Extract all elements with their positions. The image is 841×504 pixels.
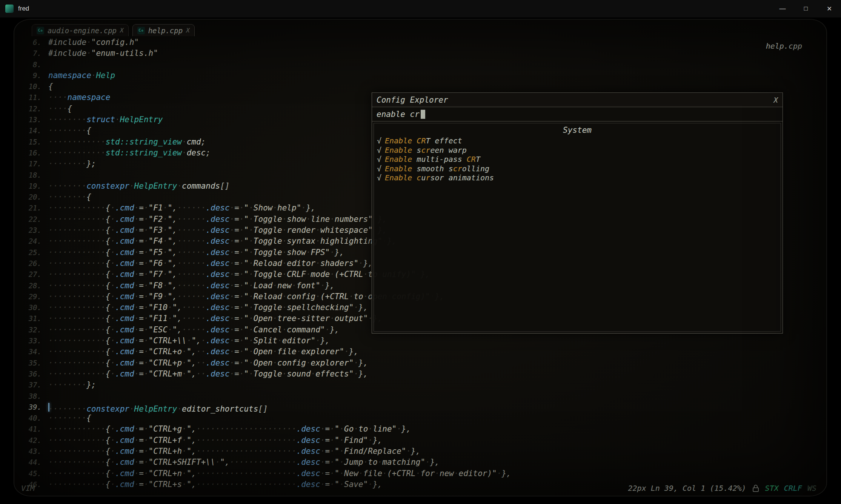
line-content: ············{·.cmd·=·"F11·",·····.desc·=… (48, 313, 382, 324)
cpp-file-icon: C+ (37, 27, 44, 34)
line-content: #include·"enum-utils.h" (48, 48, 158, 59)
line-content: ············{·.cmd·=·"F10·",·····.desc·=… (48, 302, 368, 313)
code-line: 8. (21, 59, 511, 70)
cursor-position-text: 22px Ln 39, Col 1 (15.42%) (628, 484, 746, 493)
text-cursor (421, 110, 425, 119)
code-line: 40.········{ (21, 413, 511, 424)
line-number: 33. (21, 335, 42, 346)
tab-help-cpp[interactable]: C+ help.cpp X (132, 24, 195, 36)
line-number: 18. (21, 170, 42, 181)
line-number: 42. (21, 435, 42, 446)
code-line: 45.············{·.cmd·=·"CTRL+n·",······… (21, 468, 511, 479)
window-titlebar: fred — □ ✕ (0, 0, 841, 18)
line-number: 20. (21, 192, 42, 203)
code-line: 38. (21, 391, 511, 402)
line-number: 9. (21, 70, 42, 81)
line-content: #include·"config.h" (48, 37, 139, 48)
crt-screen: C+ audio-engine.cpp X C+ help.cpp X help… (14, 20, 826, 496)
line-content: ············std::string_view·cmd; (48, 137, 206, 148)
tab-label: audio-engine.cpp (48, 26, 117, 35)
line-number: 41. (21, 424, 42, 435)
status-flag-stx: STX (765, 484, 779, 493)
line-content: ············{·.cmd·=·"CTRL+p·",··.desc·=… (48, 358, 368, 369)
line-content: ············{·.cmd·=·"CTRL+f·",·········… (48, 435, 382, 446)
line-number: 7. (21, 48, 42, 59)
popup-close-button[interactable]: X (774, 96, 778, 104)
config-search-input[interactable]: enable cr (372, 107, 783, 121)
line-content: ············{·.cmd·=·"CTRL+\\·",·.desc·=… (48, 335, 330, 346)
status-flag-crlf: CRLF (784, 484, 802, 493)
line-content: ············{·.cmd·=·"F6·",······.desc·=… (48, 258, 373, 269)
line-number: 24. (21, 236, 42, 247)
search-query-text: enable cr (377, 110, 420, 119)
line-content: ········}; (48, 380, 96, 390)
close-button[interactable]: ✕ (818, 0, 841, 17)
line-content: ············std::string_view·desc; (48, 148, 211, 158)
line-number: 34. (21, 346, 42, 357)
window-controls: — □ ✕ (771, 0, 841, 17)
app-icon (5, 5, 14, 13)
code-line: 41.············{·.cmd·=·"CTRL+g·",······… (21, 424, 511, 435)
line-number: 36. (21, 369, 42, 380)
config-item-label: Enable smooth scrolling (385, 164, 489, 174)
code-line: 36.············{·.cmd·=·"CTRL+m·",··.des… (21, 369, 511, 380)
status-flags: STXCRLFWS (765, 484, 816, 493)
section-header-system: System (377, 124, 778, 136)
maximize-button[interactable]: □ (794, 0, 818, 17)
status-flag-ws: WS (807, 484, 816, 493)
line-number: 29. (21, 291, 42, 302)
tab-bar: C+ audio-engine.cpp X C+ help.cpp X (32, 24, 195, 36)
line-number: 32. (21, 324, 42, 335)
line-content: ············{·.cmd·=·"CTRL+g·",·········… (48, 424, 411, 435)
window-title: fred (18, 5, 29, 12)
line-content: ····{ (48, 103, 72, 114)
code-line: 37.········}; (21, 380, 511, 390)
line-content: ········constexpr·HelpEntry·editor_short… (48, 402, 268, 413)
line-number: 40. (21, 413, 42, 424)
code-line: 44.············{·.cmd·=·"CTRL+SHIFT+\\·"… (21, 457, 511, 468)
minimize-button[interactable]: — (771, 0, 794, 17)
code-line: 34.············{·.cmd·=·"CTRL+o·",··.des… (21, 346, 511, 357)
line-content: { (48, 81, 53, 92)
line-content: ············{·.cmd·=·"CTRL+h·",·········… (48, 446, 420, 457)
line-content: ············{·.cmd·=·"F1·",······.desc·=… (48, 203, 315, 214)
line-number: 22. (21, 214, 42, 225)
config-explorer-popup: Config Explorer X enable cr System √Enab… (372, 92, 783, 333)
line-number: 45. (21, 468, 42, 479)
line-number: 26. (21, 258, 42, 269)
popup-title: Config Explorer (377, 95, 448, 104)
checkbox-checked-icon: √ (377, 136, 381, 146)
tab-close-icon[interactable]: X (120, 27, 124, 34)
line-content: ········}; (48, 158, 96, 169)
config-item-label: Enable cursor animations (385, 173, 494, 183)
tab-audio-engine-cpp[interactable]: C+ audio-engine.cpp X (32, 24, 129, 36)
config-list: System √Enable CRT effect√Enable screen … (374, 123, 781, 332)
checkbox-checked-icon: √ (377, 164, 381, 174)
line-content: ············{·.cmd·=·"F4·",······.desc·=… (48, 236, 397, 247)
line-content: ········{ (48, 192, 91, 203)
config-item[interactable]: √Enable smooth scrolling (377, 164, 778, 174)
checkbox-checked-icon: √ (377, 155, 381, 164)
line-content: ············{·.cmd·=·"F2·",······.desc·=… (48, 214, 387, 225)
line-number: 23. (21, 225, 42, 236)
line-content: ············{·.cmd·=·"CTRL+n·",·········… (48, 468, 511, 479)
code-line: 9.namespace·Help (21, 70, 511, 81)
line-content: namespace·Help (48, 70, 115, 81)
config-item[interactable]: √Enable CRT effect (377, 136, 778, 146)
tab-close-icon[interactable]: X (186, 27, 190, 34)
code-line: 43.············{·.cmd·=·"CTRL+h·",······… (21, 446, 511, 457)
line-content: ············{·.cmd·=·"CTRL+o·",··.desc·=… (48, 346, 358, 357)
line-number: 16. (21, 148, 42, 158)
config-item[interactable]: √Enable multi-pass CRT (377, 155, 778, 164)
config-item-label: Enable CRT effect (385, 136, 462, 146)
line-number: 10. (21, 81, 42, 92)
checkbox-checked-icon: √ (377, 173, 381, 183)
line-number: 8. (21, 59, 42, 70)
line-content: ············{·.cmd·=·"CTRL+SHIFT+\\·",··… (48, 457, 440, 468)
line-number: 13. (21, 114, 42, 125)
config-item[interactable]: √Enable cursor animations (377, 173, 778, 183)
code-line: 33.············{·.cmd·=·"CTRL+\\·",·.des… (21, 335, 511, 346)
code-line: 39.········constexpr·HelpEntry·editor_sh… (21, 402, 511, 413)
line-content: ············{·.cmd·=·"F5·",······.desc·=… (48, 247, 344, 258)
config-item[interactable]: √Enable screen warp (377, 146, 778, 155)
